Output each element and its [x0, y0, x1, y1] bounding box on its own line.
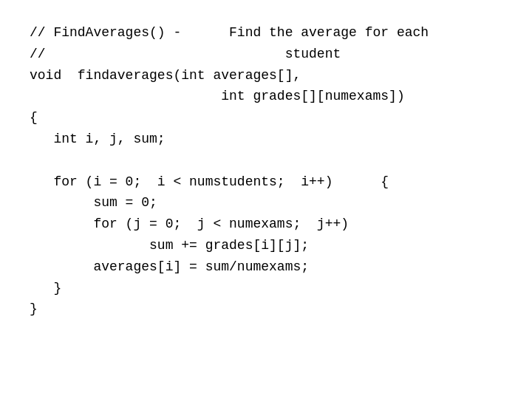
- code-display: // FindAverages() - Find the average for…: [30, 22, 429, 320]
